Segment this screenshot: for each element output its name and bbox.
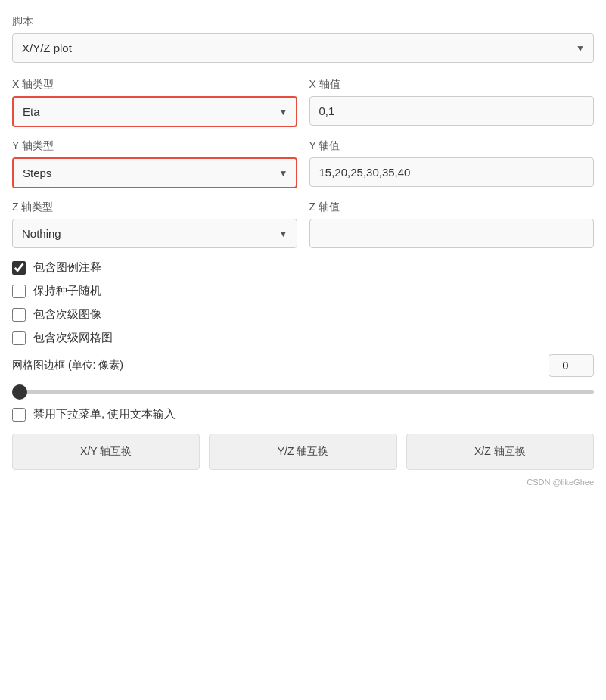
z-axis-row: Z 轴类型 NothingEtaStepsSeedCFG Scale ▼ Z 轴… xyxy=(12,201,594,248)
checkbox-cb1[interactable] xyxy=(12,261,26,275)
checkbox-label-cb4: 包含次级网格图 xyxy=(33,331,113,345)
z-axis-value-label: Z 轴值 xyxy=(309,201,595,214)
xy-swap-button[interactable]: X/Y 轴互换 xyxy=(12,434,200,470)
checkbox-label-cb2: 保持种子随机 xyxy=(33,284,101,298)
x-axis-type-col: X 轴类型 EtaStepsNothingSeedCFG Scale ▼ xyxy=(12,78,297,127)
checkbox-row-1: 保持种子随机 xyxy=(12,284,594,298)
y-axis-value-input[interactable] xyxy=(309,157,595,187)
grid-border-slider[interactable] xyxy=(12,390,594,394)
x-axis-value-input[interactable] xyxy=(309,96,595,126)
x-axis-select[interactable]: EtaStepsNothingSeedCFG Scale xyxy=(12,96,297,127)
grid-border-label: 网格图边框 (单位: 像素) xyxy=(12,359,123,372)
xz-swap-button[interactable]: X/Z 轴互换 xyxy=(406,434,594,470)
y-axis-select-wrapper: StepsEtaNothingSeedCFG Scale ▼ xyxy=(12,157,297,188)
z-axis-type-col: Z 轴类型 NothingEtaStepsSeedCFG Scale ▼ xyxy=(12,201,297,248)
y-axis-select[interactable]: StepsEtaNothingSeedCFG Scale xyxy=(12,157,297,188)
disable-dropdown-checkbox[interactable] xyxy=(12,408,26,422)
grid-border-input[interactable] xyxy=(549,354,594,377)
checkbox-row-3: 包含次级网格图 xyxy=(12,331,594,345)
checkbox-row-0: 包含图例注释 xyxy=(12,260,594,275)
z-axis-value-input[interactable] xyxy=(309,219,595,248)
script-select-wrapper: X/Y/Z plotPrompt matrixX/Y plot ▼ xyxy=(12,33,594,63)
checkbox-cb2[interactable] xyxy=(12,285,26,298)
x-axis-select-wrapper: EtaStepsNothingSeedCFG Scale ▼ xyxy=(12,96,297,127)
z-axis-value-col: Z 轴值 xyxy=(309,201,595,248)
disable-dropdown-row: 禁用下拉菜单, 使用文本输入 xyxy=(12,407,594,422)
script-section: 脚本 X/Y/Z plotPrompt matrixX/Y plot ▼ xyxy=(12,15,594,63)
checkbox-row-2: 包含次级图像 xyxy=(12,307,594,322)
checkbox-cb4[interactable] xyxy=(12,331,26,345)
z-axis-select[interactable]: NothingEtaStepsSeedCFG Scale xyxy=(12,219,297,248)
checkbox-label-cb1: 包含图例注释 xyxy=(33,260,101,275)
checkbox-cb3[interactable] xyxy=(12,308,26,322)
watermark: CSDN @likeGhee xyxy=(12,478,594,487)
grid-border-section: 网格图边框 (单位: 像素) xyxy=(12,354,594,397)
grid-border-row: 网格图边框 (单位: 像素) xyxy=(12,354,594,377)
z-axis-select-wrapper: NothingEtaStepsSeedCFG Scale ▼ xyxy=(12,219,297,248)
y-axis-type-label: Y 轴类型 xyxy=(12,139,297,153)
buttons-row: X/Y 轴互换 Y/Z 轴互换 X/Z 轴互换 xyxy=(12,434,594,470)
x-axis-type-label: X 轴类型 xyxy=(12,78,297,92)
z-axis-type-label: Z 轴类型 xyxy=(12,201,297,214)
checkboxes-section: 包含图例注释保持种子随机包含次级图像包含次级网格图 xyxy=(12,260,594,345)
checkbox-label-cb3: 包含次级图像 xyxy=(33,307,101,322)
y-axis-type-col: Y 轴类型 StepsEtaNothingSeedCFG Scale ▼ xyxy=(12,139,297,188)
script-select[interactable]: X/Y/Z plotPrompt matrixX/Y plot xyxy=(12,33,594,63)
disable-dropdown-label: 禁用下拉菜单, 使用文本输入 xyxy=(33,407,176,422)
script-label: 脚本 xyxy=(12,15,594,29)
y-axis-row: Y 轴类型 StepsEtaNothingSeedCFG Scale ▼ Y 轴… xyxy=(12,139,594,188)
yz-swap-button[interactable]: Y/Z 轴互换 xyxy=(209,434,396,470)
x-axis-value-label: X 轴值 xyxy=(309,78,595,92)
x-axis-row: X 轴类型 EtaStepsNothingSeedCFG Scale ▼ X 轴… xyxy=(12,78,594,127)
x-axis-value-col: X 轴值 xyxy=(309,78,595,127)
y-axis-value-col: Y 轴值 xyxy=(309,139,595,188)
y-axis-value-label: Y 轴值 xyxy=(309,139,595,153)
